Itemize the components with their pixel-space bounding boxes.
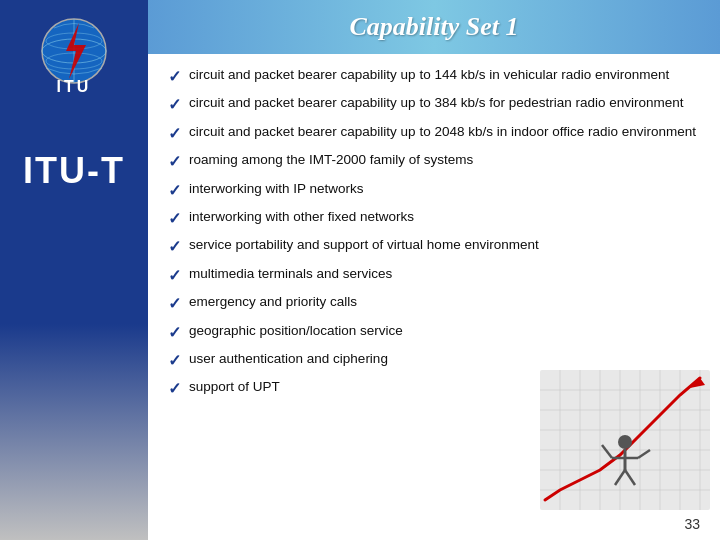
chart-svg xyxy=(540,370,710,510)
sidebar-itu-t-label: ITU-T xyxy=(23,150,125,192)
bullet-text: circuit and packet bearer capability up … xyxy=(189,123,696,142)
bullet-text: interworking with IP networks xyxy=(189,180,364,199)
list-item: ✓geographic position/location service xyxy=(168,322,700,344)
checkmark-icon: ✓ xyxy=(168,265,181,287)
checkmark-icon: ✓ xyxy=(168,378,181,400)
logo-area: ITU xyxy=(24,10,124,100)
checkmark-icon: ✓ xyxy=(168,66,181,88)
checkmark-icon: ✓ xyxy=(168,180,181,202)
checkmark-icon: ✓ xyxy=(168,322,181,344)
list-item: ✓circuit and packet bearer capability up… xyxy=(168,66,700,88)
bullet-text: circuit and packet bearer capability up … xyxy=(189,66,669,85)
svg-text:ITU: ITU xyxy=(57,78,92,95)
bullet-text: emergency and priority calls xyxy=(189,293,357,312)
main-content: Capability Set 1 ✓circuit and packet bea… xyxy=(148,0,720,540)
bullet-text: support of UPT xyxy=(189,378,280,397)
checkmark-icon: ✓ xyxy=(168,236,181,258)
checkmark-icon: ✓ xyxy=(168,208,181,230)
bullet-text: multimedia terminals and services xyxy=(189,265,392,284)
svg-point-24 xyxy=(618,435,632,449)
list-item: ✓circuit and packet bearer capability up… xyxy=(168,123,700,145)
bullet-text: service portability and support of virtu… xyxy=(189,236,539,255)
itu-logo: ITU xyxy=(24,13,124,98)
list-item: ✓user authentication and ciphering xyxy=(168,350,700,372)
bullet-text: user authentication and ciphering xyxy=(189,350,388,369)
list-item: ✓interworking with other fixed networks xyxy=(168,208,700,230)
sidebar: ITU ITU-T xyxy=(0,0,148,540)
list-item: ✓service portability and support of virt… xyxy=(168,236,700,258)
checkmark-icon: ✓ xyxy=(168,350,181,372)
checkmark-icon: ✓ xyxy=(168,123,181,145)
bullet-text: interworking with other fixed networks xyxy=(189,208,414,227)
bullet-text: roaming among the IMT-2000 family of sys… xyxy=(189,151,473,170)
bullet-text: geographic position/location service xyxy=(189,322,403,341)
list-item: ✓roaming among the IMT-2000 family of sy… xyxy=(168,151,700,173)
bullet-text: circuit and packet bearer capability up … xyxy=(189,94,684,113)
list-item: ✓multimedia terminals and services xyxy=(168,265,700,287)
title-bar: Capability Set 1 xyxy=(148,0,720,54)
chart-graphic xyxy=(540,370,710,510)
list-item: ✓emergency and priority calls xyxy=(168,293,700,315)
list-item: ✓circuit and packet bearer capability up… xyxy=(168,94,700,116)
content-area: ✓circuit and packet bearer capability up… xyxy=(148,54,720,540)
checkmark-icon: ✓ xyxy=(168,293,181,315)
page-title: Capability Set 1 xyxy=(168,12,700,42)
checkmark-icon: ✓ xyxy=(168,151,181,173)
page-number: 33 xyxy=(684,516,700,532)
list-item: ✓interworking with IP networks xyxy=(168,180,700,202)
checkmark-icon: ✓ xyxy=(168,94,181,116)
